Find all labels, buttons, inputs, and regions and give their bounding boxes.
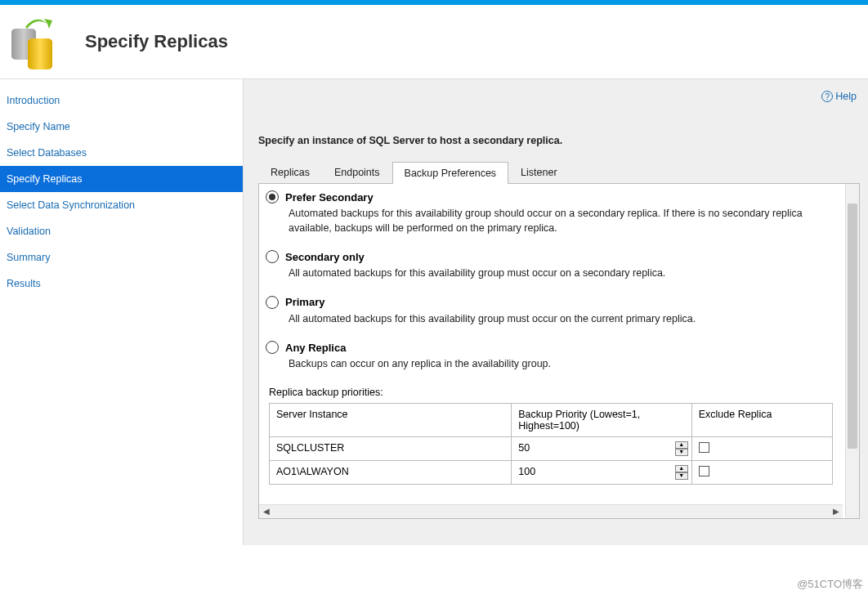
spinner-up-icon[interactable]: ▲ (675, 465, 688, 472)
radio-label: Prefer Secondary (285, 191, 374, 204)
radio-label: Any Replica (285, 342, 346, 354)
exclude-checkbox[interactable] (699, 466, 709, 476)
radio-any-replica[interactable] (266, 341, 279, 354)
radio-primary[interactable] (266, 296, 279, 309)
wizard-content: ?Help Specify an instance of SQL Server … (244, 79, 868, 545)
radio-description: Automated backups for this availability … (289, 207, 833, 235)
table-row: AO1\ALWAYON 100 ▲ ▼ (270, 460, 833, 484)
priority-spinner: ▲ ▼ (675, 465, 688, 480)
priorities-label: Replica backup priorities: (269, 387, 833, 398)
table-row: SQLCLUSTER 50 ▲ ▼ (270, 436, 833, 460)
tab-listener[interactable]: Listener (508, 161, 569, 183)
priority-value: 50 (518, 442, 530, 454)
backup-preferences-panel: ◀ ▶ Prefer Secondary Automated backups f… (258, 184, 860, 519)
watermark: @51CTO博客 (797, 577, 863, 592)
table-header-row: Server Instance Backup Priority (Lowest=… (270, 403, 833, 436)
spinner-down-icon[interactable]: ▼ (675, 449, 688, 456)
option-any-replica: Any Replica Backups can occur on any rep… (269, 341, 833, 372)
replica-icon (11, 17, 60, 66)
sidebar-item-results[interactable]: Results (0, 271, 243, 297)
option-secondary-only: Secondary only All automated backups for… (269, 250, 833, 281)
option-primary: Primary All automated backups for this a… (269, 296, 833, 327)
replica-tabs: Replicas Endpoints Backup Preferences Li… (258, 161, 860, 184)
tab-backup-preferences[interactable]: Backup Preferences (392, 162, 509, 184)
backup-priorities-table: Server Instance Backup Priority (Lowest=… (269, 403, 833, 485)
help-icon: ? (821, 91, 833, 102)
radio-description: All automated backups for this availabil… (289, 312, 833, 327)
sidebar-item-specify-name[interactable]: Specify Name (0, 114, 243, 140)
cell-server: AO1\ALWAYON (270, 460, 512, 484)
tab-replicas[interactable]: Replicas (258, 161, 322, 183)
col-backup-priority: Backup Priority (Lowest=1, Highest=100) (512, 403, 691, 436)
col-server-instance: Server Instance (270, 403, 512, 436)
sidebar-item-select-data-sync[interactable]: Select Data Synchronization (0, 192, 243, 218)
priority-spinner: ▲ ▼ (675, 441, 688, 456)
radio-description: Backups can occur on any replica in the … (289, 357, 833, 372)
radio-label: Primary (285, 296, 324, 308)
vertical-scroll-thumb[interactable] (848, 204, 857, 449)
exclude-checkbox[interactable] (699, 442, 709, 453)
sidebar-item-introduction[interactable]: Introduction (0, 87, 243, 114)
cell-exclude (691, 460, 832, 484)
cell-server: SQLCLUSTER (270, 436, 512, 460)
wizard-steps-sidebar: Introduction Specify Name Select Databas… (0, 79, 244, 545)
wizard-body: Introduction Specify Name Select Databas… (0, 79, 868, 545)
sidebar-item-select-databases[interactable]: Select Databases (0, 140, 243, 166)
tab-endpoints[interactable]: Endpoints (322, 161, 392, 183)
col-exclude-replica: Exclude Replica (691, 403, 832, 436)
cell-priority: 100 ▲ ▼ (512, 460, 691, 484)
spinner-up-icon[interactable]: ▲ (675, 441, 688, 449)
page-title: Specify Replicas (85, 31, 228, 52)
sidebar-item-specify-replicas[interactable]: Specify Replicas (0, 166, 243, 192)
cell-exclude (691, 436, 832, 460)
sidebar-item-summary[interactable]: Summary (0, 244, 243, 271)
radio-secondary-only[interactable] (266, 250, 279, 263)
priority-value: 100 (518, 466, 535, 477)
help-link[interactable]: ?Help (821, 91, 857, 102)
radio-description: All automated backups for this availabil… (289, 266, 833, 281)
spinner-down-icon[interactable]: ▼ (675, 472, 688, 480)
wizard-header: Specify Replicas (0, 5, 868, 79)
vertical-scrollbar[interactable] (845, 184, 859, 518)
option-prefer-secondary: Prefer Secondary Automated backups for t… (269, 190, 833, 235)
radio-prefer-secondary[interactable] (266, 190, 279, 204)
cell-priority: 50 ▲ ▼ (512, 436, 691, 460)
help-label: Help (835, 91, 857, 102)
radio-label: Secondary only (285, 251, 365, 263)
content-subheading: Specify an instance of SQL Server to hos… (258, 135, 860, 146)
panel-scroll-region: Prefer Secondary Automated backups for t… (259, 184, 843, 518)
sidebar-item-validation[interactable]: Validation (0, 218, 243, 244)
